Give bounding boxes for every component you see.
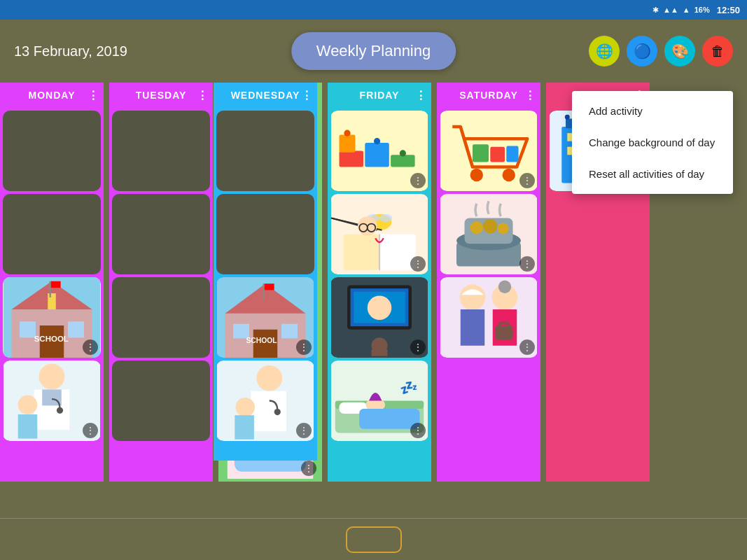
friday-reading-menu[interactable]: ⋮	[410, 256, 426, 272]
delete-icon-button[interactable]: 🗑	[702, 36, 733, 66]
home-button[interactable]	[346, 526, 402, 553]
svg-rect-2	[20, 321, 36, 337]
tuesday-header: TUESDAY ⋮	[109, 83, 213, 108]
svg-rect-6	[48, 293, 56, 309]
svg-point-130	[235, 398, 255, 417]
svg-point-100	[498, 223, 509, 234]
svg-point-16	[57, 407, 63, 414]
wednesday-empty-1	[216, 111, 314, 191]
tuesday-empty-1	[112, 111, 210, 191]
svg-rect-7	[50, 281, 51, 298]
friday-menu-dots[interactable]: ⋮	[415, 89, 427, 102]
battery-indicator: 16%	[694, 6, 710, 14]
svg-text:💤: 💤	[400, 379, 418, 397]
svg-point-98	[470, 221, 483, 234]
monday-header: MONDAY ⋮	[0, 83, 104, 108]
tuesday-empty-4	[112, 360, 210, 441]
context-menu: Add activity Change background of day Re…	[572, 91, 733, 194]
svg-rect-93	[506, 146, 518, 162]
palette-icon-button[interactable]: 🎨	[664, 36, 695, 66]
svg-text:SCHOOL: SCHOOL	[246, 337, 277, 344]
monday-activity-school[interactable]: SCHOOL ⋮	[3, 277, 101, 358]
svg-rect-92	[490, 147, 505, 162]
svg-point-58	[344, 130, 350, 136]
svg-rect-124	[263, 284, 265, 300]
svg-rect-107	[495, 326, 512, 340]
friday-sleep-menu[interactable]: ⋮	[410, 423, 426, 438]
context-menu-reset-activities[interactable]: Reset all activities of day	[572, 158, 733, 190]
friday-lego-menu[interactable]: ⋮	[410, 173, 426, 188]
friday-activity-sleep[interactable]: 💤 ⋮	[330, 360, 428, 441]
header-icons: 🌐 🔵 🎨 🗑	[589, 36, 733, 66]
clock: 12:50	[717, 5, 740, 15]
svg-point-128	[256, 365, 282, 391]
monday-content: SCHOOL ⋮ ⋮	[0, 108, 104, 482]
wednesday-header: WEDNESDAY ⋮	[214, 83, 317, 108]
svg-point-132	[274, 409, 281, 415]
svg-point-11	[39, 364, 65, 390]
svg-rect-121	[281, 324, 298, 339]
saturday-grandparents-menu[interactable]: ⋮	[519, 340, 535, 355]
svg-rect-129	[251, 391, 286, 432]
saturday-activity-grandparents[interactable]: ⋮	[440, 277, 538, 358]
monday-empty-2	[3, 194, 101, 274]
context-menu-add-activity[interactable]: Add activity	[572, 95, 733, 127]
column-tuesday: TUESDAY ⋮	[109, 83, 213, 482]
svg-point-59	[374, 138, 380, 144]
svg-rect-8	[51, 281, 61, 288]
column-wednesday: WEDNESDAY ⋮ SCHOOL ⋮	[214, 83, 317, 461]
status-bar: ✱ ▲▲ ▲ 16% 12:50	[0, 0, 747, 20]
tuesday-empty-2	[112, 194, 210, 274]
column-monday: MONDAY ⋮ SCHOOL	[0, 83, 104, 482]
svg-rect-56	[391, 155, 415, 167]
column-saturday: SATURDAY ⋮ ⋮	[437, 83, 540, 482]
svg-rect-3	[68, 321, 84, 337]
friday-header: FRIDAY ⋮	[328, 83, 431, 108]
weekly-planning-button[interactable]: Weekly Planning	[291, 32, 456, 70]
wednesday-activity-school[interactable]: SCHOOL ⋮	[216, 277, 314, 358]
svg-point-90	[503, 169, 515, 181]
header: 13 February, 2019 Weekly Planning 🌐 🔵 🎨 …	[0, 20, 747, 83]
column-friday: FRIDAY ⋮ ⋮	[328, 83, 431, 482]
monday-school-menu[interactable]: ⋮	[83, 340, 98, 355]
monday-menu-dots[interactable]: ⋮	[88, 89, 99, 102]
saturday-activity-cooking[interactable]: ⋮	[440, 194, 538, 274]
friday-tv-menu[interactable]: ⋮	[410, 340, 426, 355]
thursday-bath-menu[interactable]: ⋮	[301, 461, 316, 476]
globe-icon-button[interactable]: 🌐	[589, 36, 620, 66]
monday-activity-doctor[interactable]: ⋮	[3, 360, 101, 441]
date-label: 13 February, 2019	[14, 43, 127, 59]
svg-point-89	[470, 169, 483, 181]
svg-point-14	[18, 395, 38, 414]
svg-point-80	[368, 295, 392, 320]
wednesday-menu-dots[interactable]: ⋮	[301, 89, 313, 102]
wednesday-doctor-menu[interactable]: ⋮	[296, 423, 312, 438]
saturday-menu-dots[interactable]: ⋮	[524, 89, 536, 102]
tuesday-menu-dots[interactable]: ⋮	[197, 89, 209, 102]
friday-activity-reading[interactable]: ⋮	[330, 194, 428, 274]
saturday-shopping-menu[interactable]: ⋮	[519, 173, 535, 188]
svg-rect-120	[233, 324, 249, 339]
monday-doctor-menu[interactable]: ⋮	[83, 423, 98, 438]
friday-activity-lego[interactable]: ⋮	[330, 111, 428, 191]
svg-rect-57	[340, 135, 356, 153]
svg-rect-63	[343, 234, 379, 271]
svg-point-106	[498, 281, 511, 293]
monday-empty-1	[3, 111, 101, 191]
tuesday-empty-3	[112, 277, 210, 358]
svg-rect-54	[340, 151, 364, 167]
wednesday-school-menu[interactable]: ⋮	[296, 340, 312, 355]
svg-rect-15	[18, 414, 38, 439]
wifi-icon: ▲	[683, 6, 690, 14]
saturday-cooking-menu[interactable]: ⋮	[519, 256, 535, 272]
info-icon-button[interactable]: 🔵	[627, 36, 657, 66]
saturday-header: SATURDAY ⋮	[437, 83, 540, 108]
saturday-activity-shopping[interactable]: ⋮	[440, 111, 538, 191]
svg-point-99	[483, 219, 498, 234]
svg-rect-55	[365, 143, 389, 167]
context-menu-change-background[interactable]: Change background of day	[572, 127, 733, 158]
svg-rect-78	[372, 350, 388, 356]
friday-activity-tv[interactable]: ⋮	[330, 277, 428, 358]
wednesday-activity-doctor[interactable]: ⋮	[216, 360, 314, 441]
svg-rect-131	[235, 415, 254, 440]
